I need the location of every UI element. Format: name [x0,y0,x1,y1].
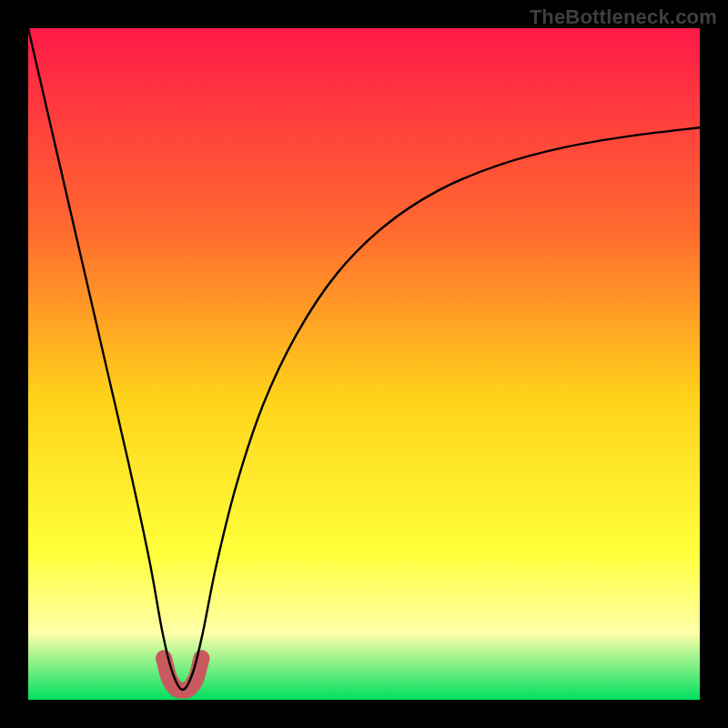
gradient-background [28,28,700,700]
watermark-text: TheBottleneck.com [530,5,717,29]
plot-area [28,28,700,700]
chart-svg [28,28,700,700]
outer-frame: TheBottleneck.com [0,0,728,728]
